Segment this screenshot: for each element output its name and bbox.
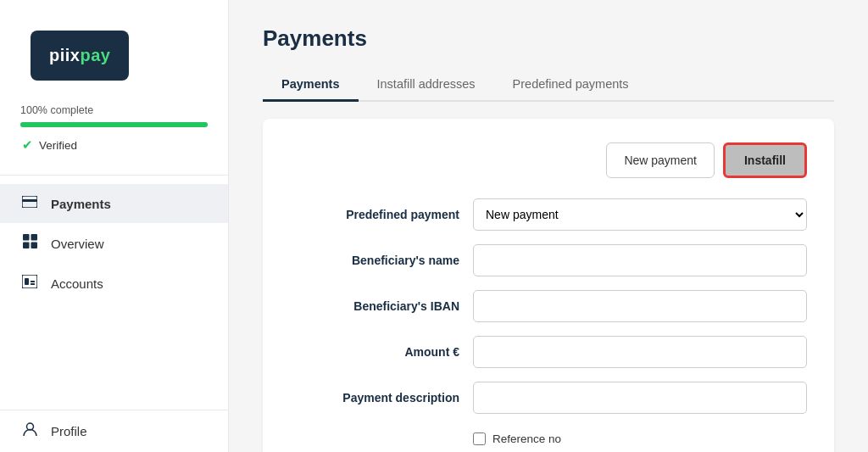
progress-label: 100% complete xyxy=(20,104,208,116)
sidebar-item-profile-label: Profile xyxy=(51,424,87,438)
sidebar-item-payments[interactable]: Payments xyxy=(0,184,228,223)
reference-no-row: Reference no xyxy=(290,432,807,445)
progress-bar-background xyxy=(20,122,208,127)
beneficiary-iban-input[interactable] xyxy=(473,290,807,322)
payment-description-row: Payment description xyxy=(290,382,807,414)
beneficiary-iban-label: Beneficiary's IBAN xyxy=(290,299,459,313)
nav-bottom: Profile xyxy=(0,410,228,452)
payments-icon xyxy=(20,195,39,212)
sidebar-item-profile[interactable]: Profile xyxy=(0,410,228,452)
verified-icon: ✔ xyxy=(22,137,33,153)
beneficiary-iban-row: Beneficiary's IBAN xyxy=(290,290,807,322)
payment-form: Predefined payment New payment Beneficia… xyxy=(290,198,807,452)
verified-row: ✔ Verified xyxy=(20,137,208,153)
svg-rect-2 xyxy=(23,234,30,241)
verified-label: Verified xyxy=(39,139,77,152)
svg-rect-9 xyxy=(31,283,35,285)
amount-input[interactable] xyxy=(473,336,807,368)
beneficiary-name-label: Beneficiary's name xyxy=(290,254,459,267)
instafill-button[interactable]: Instafill xyxy=(723,142,807,178)
logo: piixpay xyxy=(31,31,129,81)
svg-rect-8 xyxy=(31,281,35,282)
predefined-payment-select[interactable]: New payment xyxy=(473,198,807,231)
main-content: Payments Payments Instafill addresses Pr… xyxy=(229,0,868,452)
reference-no-label: Reference no xyxy=(492,432,561,445)
nav-divider xyxy=(0,175,228,176)
sidebar: piixpay 100% complete ✔ Verified Payment… xyxy=(0,0,229,452)
profile-icon xyxy=(20,421,39,441)
accounts-icon xyxy=(20,275,39,293)
page-header: Payments Payments Instafill addresses Pr… xyxy=(229,0,868,102)
tab-instafill-addresses[interactable]: Instafill addresses xyxy=(359,69,494,102)
tab-predefined-payments[interactable]: Predefined payments xyxy=(494,69,648,102)
amount-row: Amount € xyxy=(290,336,807,368)
main-nav: Payments Overview xyxy=(0,184,228,304)
svg-rect-1 xyxy=(22,199,37,202)
tab-payments[interactable]: Payments xyxy=(263,69,359,102)
beneficiary-name-row: Beneficiary's name xyxy=(290,244,807,276)
page-title: Payments xyxy=(263,25,834,52)
reference-no-checkbox[interactable] xyxy=(473,432,486,445)
content-area: New payment Instafill Predefined payment… xyxy=(263,119,834,452)
svg-rect-4 xyxy=(23,243,30,249)
sidebar-item-overview[interactable]: Overview xyxy=(0,223,228,264)
new-payment-button[interactable]: New payment xyxy=(606,142,715,178)
predefined-payment-row: Predefined payment New payment xyxy=(290,198,807,231)
payment-description-label: Payment description xyxy=(290,391,459,405)
beneficiary-name-input[interactable] xyxy=(473,244,807,276)
progress-section: 100% complete ✔ Verified xyxy=(0,81,228,166)
predefined-payment-label: Predefined payment xyxy=(290,208,459,221)
svg-rect-5 xyxy=(31,243,37,249)
progress-bar-fill xyxy=(20,122,208,127)
sidebar-item-overview-label: Overview xyxy=(51,237,104,251)
payment-description-input[interactable] xyxy=(473,382,807,414)
amount-label: Amount € xyxy=(290,345,459,359)
top-actions: New payment Instafill xyxy=(290,142,807,178)
logo-text: piixpay xyxy=(49,46,110,64)
sidebar-item-payments-label: Payments xyxy=(51,197,111,211)
sidebar-item-accounts-label: Accounts xyxy=(51,276,103,291)
tab-bar: Payments Instafill addresses Predefined … xyxy=(263,69,834,102)
overview-icon xyxy=(20,234,39,253)
sidebar-item-accounts[interactable]: Accounts xyxy=(0,264,228,304)
svg-rect-6 xyxy=(22,275,37,288)
svg-rect-3 xyxy=(31,234,37,241)
svg-rect-7 xyxy=(25,278,29,285)
